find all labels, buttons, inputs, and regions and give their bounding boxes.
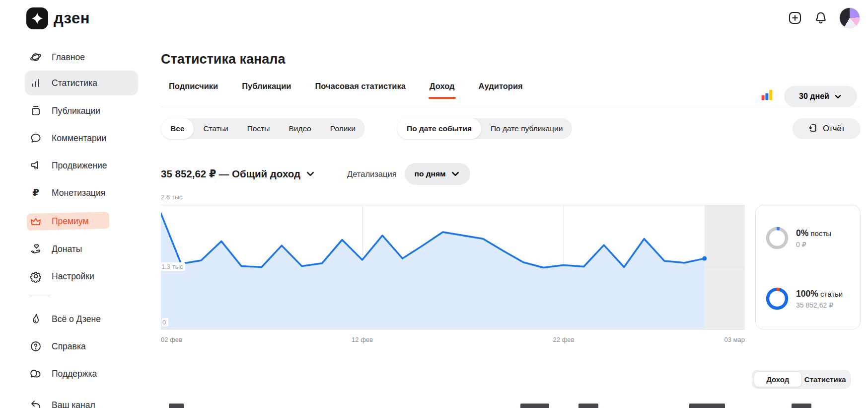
sidebar-item-gear[interactable]: Настройки (25, 264, 138, 289)
sidebar-item-label: Продвижение (52, 161, 107, 171)
page-title: Статистика канала (161, 52, 285, 67)
dzen-logo[interactable]: дзен (26, 7, 90, 29)
sidebar-item-heart-hand[interactable]: Донаты (25, 237, 138, 261)
support-icon (29, 367, 42, 380)
sidebar-item-publications[interactable]: Публикации (25, 98, 138, 123)
sidebar-item-label: Ваш канал (52, 400, 95, 408)
y-tick-zero: 0 (162, 318, 168, 326)
sidebar-item-flame[interactable]: Всё о Дзене (25, 307, 138, 331)
revenue-chart[interactable] (161, 205, 745, 329)
sidebar-item-label: Публикации (52, 106, 100, 116)
sidebar-item-label: Всё о Дзене (52, 314, 101, 325)
date-mode-по-дате-публикации[interactable]: По дате публикации (481, 118, 572, 139)
gear-icon (29, 270, 42, 283)
top-actions (788, 8, 860, 28)
y-tick-mid: 1.3 тыс (161, 262, 185, 271)
flame-icon (29, 313, 42, 326)
filter-все[interactable]: Все (161, 118, 194, 139)
chart-colors-icon[interactable] (761, 87, 773, 99)
back-arrow-icon (29, 399, 42, 408)
breakdown-amount: 0 ₽ (796, 241, 831, 248)
tab-почасовая-статистика[interactable]: Почасовая статистика (315, 82, 406, 99)
bell-icon (813, 19, 828, 27)
filter-статьи[interactable]: Статьи (194, 118, 237, 139)
sidebar-item-ruble[interactable]: ₽Монетизация (25, 180, 138, 205)
report-button-label: Отчёт (823, 124, 845, 133)
breakdown-amount: 35 852,62 ₽ (796, 301, 843, 309)
sidebar-item-comment[interactable]: Комментарии (25, 126, 138, 151)
tab-доход[interactable]: Доход (430, 82, 455, 99)
cutoff-text-fragment (169, 404, 184, 408)
x-tick-22-фев: 22 фев (553, 336, 575, 343)
toggle-статистика[interactable]: Статистика (802, 372, 849, 387)
chevron-down-icon (834, 92, 842, 101)
filter-видео[interactable]: Видео (279, 118, 320, 139)
revenue-metric-chevron-icon[interactable] (305, 169, 315, 179)
stats-bars-icon (29, 77, 42, 89)
breakdown-percent-label: 100% статьи (796, 289, 843, 299)
megaphone-icon (29, 159, 42, 172)
sidebar-item-support[interactable]: Поддержка (25, 361, 138, 386)
revenue-line-chart[interactable] (161, 205, 745, 329)
sidebar-item-megaphone[interactable]: Продвижение (25, 153, 138, 178)
sidebar-item-stats-bars[interactable]: Статистика (25, 71, 138, 95)
summary-row: 35 852,62 ₽ — Общий доход Детализация по… (161, 163, 470, 185)
content-type-filter: ВсеСтатьиПостыВидеоРолики (161, 118, 365, 139)
toggle-доход[interactable]: Доход (754, 371, 802, 387)
chart-colors-icon (761, 93, 773, 102)
tab-публикации[interactable]: Публикации (242, 82, 291, 99)
sidebar-item-label: Настройки (52, 271, 94, 282)
breakdown-row-статьи[interactable]: 100% статьи35 852,62 ₽ (766, 287, 843, 310)
svg-text:₽: ₽ (32, 187, 39, 198)
sidebar-item-back-arrow[interactable]: Ваш канал (25, 393, 138, 408)
report-button[interactable]: Отчёт (793, 118, 861, 139)
dzen-logo-icon (26, 7, 48, 29)
tabbar-border (161, 107, 861, 107)
tab-аудитория[interactable]: Аудитория (479, 82, 523, 99)
crown-icon (29, 215, 42, 228)
dzen-logo-text: дзен (54, 9, 90, 27)
sidebar-item-label: Монетизация (52, 188, 105, 198)
donut-посты-icon (766, 227, 789, 249)
sidebar-item-crown[interactable]: Премиум (25, 209, 138, 234)
ruble-icon: ₽ (29, 186, 42, 199)
sidebar-item-label: Главное (52, 52, 85, 63)
period-select[interactable]: 30 дней (784, 86, 857, 107)
dzen-studio-page: дзен ГлавноеСтатистикаПубликацииКоммента… (0, 0, 868, 408)
revenue-breakdown-card: 0% посты0 ₽100% статьи35 852,62 ₽ (755, 205, 861, 329)
plus-icon (788, 19, 802, 27)
donut-статьи-icon (766, 287, 789, 310)
sidebar-item-label: Поддержка (52, 369, 97, 379)
sidebar-item-planet[interactable]: Главное (25, 45, 138, 70)
planet-icon (29, 51, 42, 64)
period-select-value: 30 дней (799, 92, 829, 101)
y-tick-top: 2.6 тыс (161, 193, 182, 201)
breakdown-percent-label: 0% посты (796, 228, 831, 239)
chevron-down-icon (450, 169, 460, 179)
heart-hand-icon (29, 243, 42, 255)
sidebar-item-question[interactable]: Справка (25, 334, 138, 359)
cutoff-text-fragment (792, 404, 811, 408)
tab-подписчики[interactable]: Подписчики (169, 82, 218, 99)
sidebar-divider (29, 296, 50, 296)
sidebar-item-label: Справка (52, 341, 86, 352)
breakdown-row-посты[interactable]: 0% посты0 ₽ (766, 227, 831, 249)
report-icon (808, 123, 818, 135)
profile-avatar[interactable] (839, 7, 860, 28)
bottom-view-toggle: ДоходСтатистика (752, 370, 851, 389)
create-button[interactable] (788, 10, 802, 25)
x-tick-12-фев: 12 фев (352, 336, 373, 343)
filter-ролики[interactable]: Ролики (321, 118, 365, 139)
notifications-button[interactable] (813, 10, 828, 25)
sidebar-item-label: Комментарии (52, 133, 106, 144)
sidebar-item-label: Премиум (52, 216, 88, 227)
date-mode-по-дате-события[interactable]: По дате события (397, 118, 481, 139)
sidebar-item-label: Статистика (52, 78, 97, 88)
date-mode-filter: По дате событияПо дате публикации (397, 118, 572, 139)
filter-посты[interactable]: Посты (238, 118, 280, 139)
cutoff-text-fragment (520, 404, 549, 408)
active-tab-underline (429, 97, 456, 99)
detail-select-value: по дням (415, 169, 446, 178)
detail-select[interactable]: по дням (405, 163, 471, 185)
comment-icon (29, 132, 42, 145)
